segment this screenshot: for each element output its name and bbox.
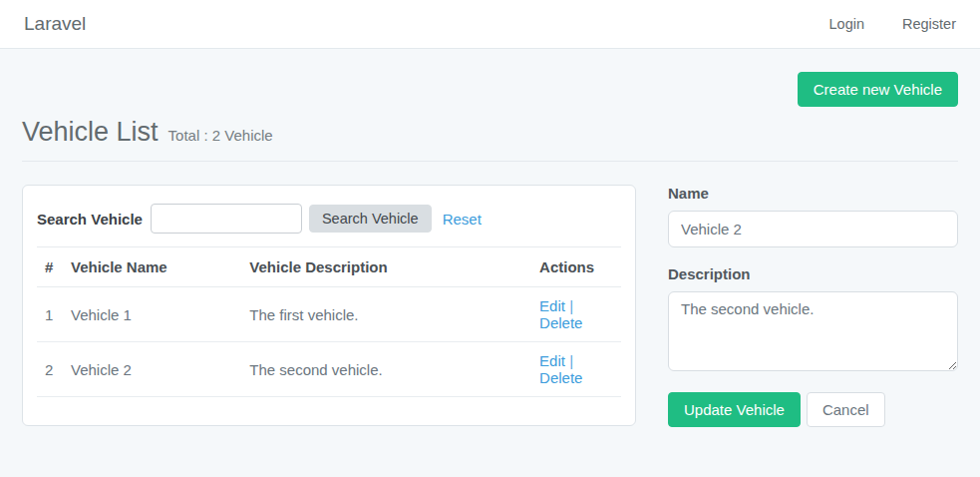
search-input[interactable] <box>151 204 302 234</box>
edit-link[interactable]: Edit <box>539 352 565 369</box>
header-num: # <box>37 247 63 287</box>
search-form: Search Vehicle Search Vehicle Reset <box>37 198 621 246</box>
delete-link[interactable]: Delete <box>539 314 582 331</box>
row-actions: Edit | Delete <box>531 287 621 342</box>
delete-link[interactable]: Delete <box>539 369 582 386</box>
vehicle-list-card: Search Vehicle Search Vehicle Reset # Ve… <box>22 185 636 426</box>
create-vehicle-button[interactable]: Create new Vehicle <box>798 72 958 107</box>
vehicle-count-subtitle: Total : 2 Vehicle <box>168 127 273 144</box>
table-row: 1 Vehicle 1 The first vehicle. Edit | De… <box>37 287 621 342</box>
description-field[interactable]: The second vehicle. <box>668 291 958 371</box>
row-vehicle-name: Vehicle 2 <box>63 342 241 397</box>
header-actions: Actions <box>531 247 621 287</box>
action-separator: | <box>569 352 573 369</box>
register-link[interactable]: Register <box>902 16 956 32</box>
navbar-links: Login Register <box>792 16 956 32</box>
row-num: 2 <box>37 342 63 397</box>
action-separator: | <box>569 297 573 314</box>
login-link[interactable]: Login <box>829 16 864 32</box>
search-label: Search Vehicle <box>37 211 143 228</box>
brand-logo[interactable]: Laravel <box>24 13 86 35</box>
table-row: 2 Vehicle 2 The second vehicle. Edit | D… <box>37 342 621 397</box>
row-vehicle-name: Vehicle 1 <box>63 287 241 342</box>
navbar: Laravel Login Register <box>0 0 980 49</box>
name-field[interactable] <box>668 211 958 247</box>
header-vehicle-description: Vehicle Description <box>241 247 531 287</box>
row-vehicle-description: The second vehicle. <box>241 342 531 397</box>
cancel-button[interactable]: Cancel <box>807 392 885 427</box>
vehicle-table: # Vehicle Name Vehicle Description Actio… <box>37 246 621 397</box>
heading-divider <box>22 161 958 162</box>
page-title: Vehicle List <box>22 117 159 148</box>
vehicle-edit-form: Name Description The second vehicle. Upd… <box>668 185 958 427</box>
page-heading: Vehicle List Total : 2 Vehicle <box>22 117 958 148</box>
row-num: 1 <box>37 287 63 342</box>
top-actions-row: Create new Vehicle <box>22 72 958 107</box>
row-actions: Edit | Delete <box>531 342 621 397</box>
content-columns: Search Vehicle Search Vehicle Reset # Ve… <box>22 185 958 427</box>
update-vehicle-button[interactable]: Update Vehicle <box>668 392 801 427</box>
name-field-group: Name <box>668 185 958 247</box>
name-label: Name <box>668 185 958 202</box>
search-button[interactable]: Search Vehicle <box>309 205 432 233</box>
table-header-row: # Vehicle Name Vehicle Description Actio… <box>37 247 621 287</box>
edit-link[interactable]: Edit <box>539 297 565 314</box>
description-field-group: Description The second vehicle. <box>668 265 958 374</box>
description-label: Description <box>668 265 958 282</box>
header-vehicle-name: Vehicle Name <box>63 247 241 287</box>
page-container: Create new Vehicle Vehicle List Total : … <box>0 72 980 427</box>
row-vehicle-description: The first vehicle. <box>241 287 531 342</box>
form-buttons-row: Update Vehicle Cancel <box>668 392 958 427</box>
reset-link[interactable]: Reset <box>443 211 482 228</box>
